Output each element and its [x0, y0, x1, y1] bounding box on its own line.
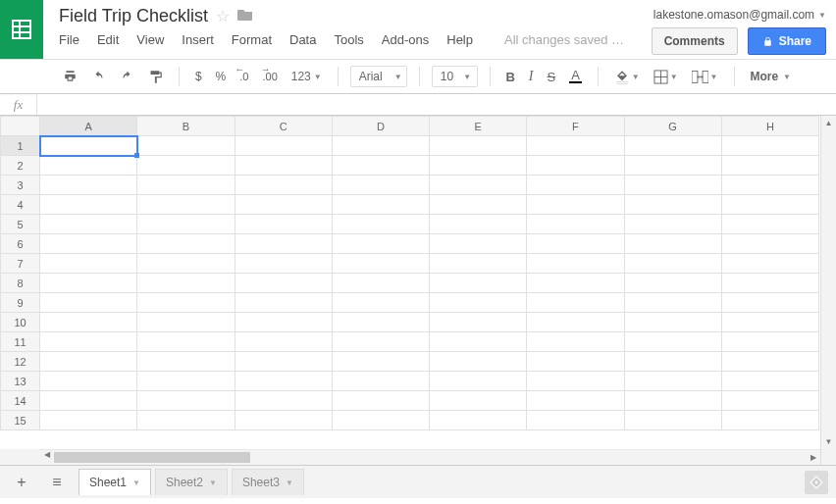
cell-D13[interactable]: [332, 372, 429, 391]
cell-H8[interactable]: [721, 274, 818, 293]
cell-C9[interactable]: [235, 293, 332, 313]
cell-G13[interactable]: [624, 372, 721, 391]
horizontal-scrollbar[interactable]: ◀ ▶: [39, 449, 820, 465]
cell-E7[interactable]: [430, 254, 527, 274]
cell-B11[interactable]: [137, 332, 235, 352]
cell-D11[interactable]: [332, 332, 429, 352]
cell-E13[interactable]: [430, 372, 527, 391]
cell-D4[interactable]: [332, 195, 429, 215]
row-header-11[interactable]: 11: [1, 332, 40, 352]
menu-file[interactable]: File: [59, 32, 79, 47]
menu-edit[interactable]: Edit: [97, 32, 119, 47]
sheets-logo[interactable]: [0, 0, 43, 59]
comments-button[interactable]: Comments: [652, 27, 738, 55]
cell-E11[interactable]: [430, 332, 527, 352]
cell-D3[interactable]: [332, 176, 429, 195]
select-all-corner[interactable]: [1, 117, 40, 136]
row-header-10[interactable]: 10: [1, 313, 40, 332]
sheet-tab-sheet3[interactable]: Sheet3▼: [232, 469, 304, 495]
cell-C4[interactable]: [235, 195, 332, 215]
font-size-selector[interactable]: 10▼: [432, 66, 478, 87]
cell-A10[interactable]: [40, 313, 137, 332]
menu-insert[interactable]: Insert: [182, 32, 214, 47]
decrease-decimal-button[interactable]: ←.0: [235, 68, 252, 85]
more-toolbar-button[interactable]: More▼: [746, 67, 795, 86]
cell-E12[interactable]: [430, 352, 527, 372]
percent-button[interactable]: %: [212, 67, 231, 86]
cell-C10[interactable]: [235, 313, 332, 332]
all-sheets-button[interactable]: ≡: [43, 470, 71, 495]
column-header-D[interactable]: D: [332, 117, 429, 136]
column-header-F[interactable]: F: [527, 117, 624, 136]
currency-button[interactable]: $: [191, 67, 206, 86]
cell-H3[interactable]: [721, 176, 818, 195]
cell-H2[interactable]: [721, 156, 818, 176]
cell-D6[interactable]: [332, 234, 429, 254]
cell-D2[interactable]: [332, 156, 429, 176]
cell-C1[interactable]: [235, 136, 332, 156]
column-header-C[interactable]: C: [235, 117, 332, 136]
cell-F7[interactable]: [527, 254, 624, 274]
cell-B13[interactable]: [137, 372, 235, 391]
row-header-13[interactable]: 13: [1, 372, 40, 391]
cell-H1[interactable]: [721, 136, 818, 156]
fill-color-button[interactable]: ▼: [610, 67, 644, 87]
menu-tools[interactable]: Tools: [334, 32, 363, 47]
cell-B1[interactable]: [137, 136, 235, 156]
cell-A13[interactable]: [40, 372, 137, 391]
column-header-E[interactable]: E: [430, 117, 527, 136]
menu-addons[interactable]: Add-ons: [382, 32, 429, 47]
cell-G14[interactable]: [624, 391, 721, 411]
menu-format[interactable]: Format: [232, 32, 272, 47]
cell-B10[interactable]: [137, 313, 235, 332]
cell-C14[interactable]: [235, 391, 332, 411]
cell-G7[interactable]: [624, 254, 721, 274]
cell-C11[interactable]: [235, 332, 332, 352]
cell-A1[interactable]: [40, 136, 137, 156]
cell-E4[interactable]: [430, 195, 527, 215]
cell-G9[interactable]: [624, 293, 721, 313]
cell-D14[interactable]: [332, 391, 429, 411]
cell-G5[interactable]: [624, 215, 721, 234]
vertical-scrollbar[interactable]: ▲ ▼: [820, 116, 836, 449]
cell-H7[interactable]: [721, 254, 818, 274]
row-header-6[interactable]: 6: [1, 234, 40, 254]
cell-A5[interactable]: [40, 215, 137, 234]
cell-C7[interactable]: [235, 254, 332, 274]
scroll-right-icon[interactable]: ▶: [806, 450, 820, 465]
cell-F1[interactable]: [527, 136, 624, 156]
cell-B12[interactable]: [137, 352, 235, 372]
cell-H9[interactable]: [721, 293, 818, 313]
user-email-menu[interactable]: lakestone.omason@gmail.com ▼: [652, 8, 826, 22]
menu-data[interactable]: Data: [289, 32, 316, 47]
menu-view[interactable]: View: [136, 32, 164, 47]
column-header-A[interactable]: A: [40, 117, 137, 136]
cell-F9[interactable]: [527, 293, 624, 313]
cell-E1[interactable]: [430, 136, 527, 156]
cell-H14[interactable]: [721, 391, 818, 411]
cell-H12[interactable]: [721, 352, 818, 372]
cell-B8[interactable]: [137, 274, 235, 293]
row-header-2[interactable]: 2: [1, 156, 40, 176]
cell-D10[interactable]: [332, 313, 429, 332]
cell-E15[interactable]: [430, 411, 527, 430]
cell-E5[interactable]: [430, 215, 527, 234]
row-header-3[interactable]: 3: [1, 176, 40, 195]
cell-H10[interactable]: [721, 313, 818, 332]
cell-B15[interactable]: [137, 411, 235, 430]
cell-E2[interactable]: [430, 156, 527, 176]
increase-decimal-button[interactable]: →.00: [258, 68, 281, 85]
fx-label[interactable]: fx: [0, 94, 37, 115]
cell-E10[interactable]: [430, 313, 527, 332]
cell-F13[interactable]: [527, 372, 624, 391]
text-color-button[interactable]: A: [565, 67, 586, 86]
cell-C13[interactable]: [235, 372, 332, 391]
bold-button[interactable]: B: [501, 67, 518, 87]
cell-A6[interactable]: [40, 234, 137, 254]
cell-C8[interactable]: [235, 274, 332, 293]
cell-G8[interactable]: [624, 274, 721, 293]
print-button[interactable]: [59, 67, 81, 86]
cell-B7[interactable]: [137, 254, 235, 274]
cell-G12[interactable]: [624, 352, 721, 372]
cell-C3[interactable]: [235, 176, 332, 195]
